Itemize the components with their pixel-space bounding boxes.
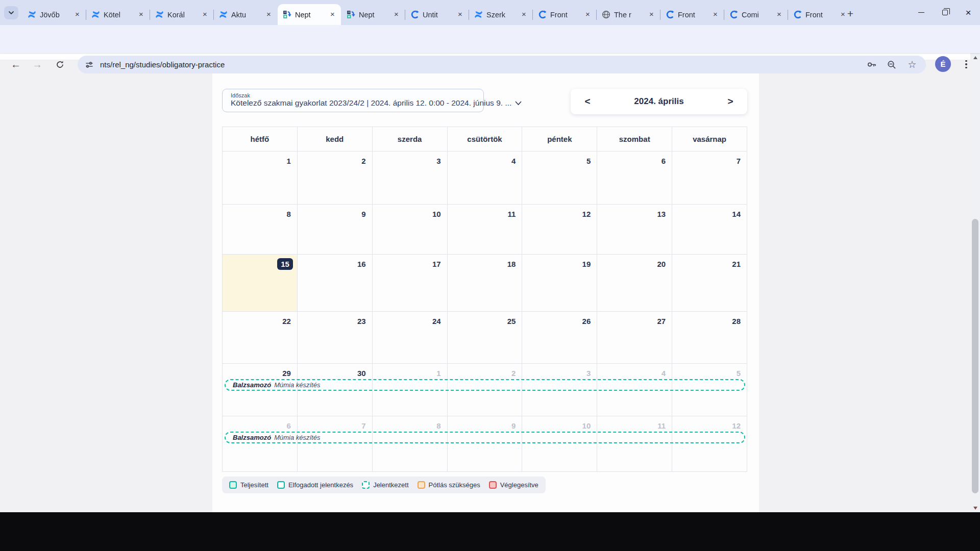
browser-tab-active[interactable]: Nept× <box>278 4 341 25</box>
restore-icon <box>942 10 948 15</box>
calendar-day[interactable]: 3 <box>373 152 448 205</box>
windows-taskbar: Keresés SVOTWTNEWMA X » Asztal 1 ^ HUN 3… <box>0 512 980 551</box>
calendar-day[interactable]: 11 <box>448 205 523 255</box>
zoom-out-icon[interactable] <box>885 58 898 71</box>
browser-tab[interactable]: Kötel× <box>86 4 150 25</box>
calendar-day[interactable]: 8 <box>223 205 298 255</box>
calendar-day[interactable]: 10 <box>373 205 448 255</box>
new-tab-button[interactable]: + <box>843 7 857 21</box>
calendar-day[interactable]: 18 <box>448 255 523 312</box>
calendar-week-row: 22232425262728 <box>223 312 747 364</box>
tab-close-button[interactable]: × <box>583 10 592 19</box>
page-scrollbar[interactable] <box>970 53 980 512</box>
prev-month-button[interactable]: < <box>581 96 594 107</box>
calendar-day[interactable]: 2 <box>298 152 373 205</box>
tab-close-button[interactable]: × <box>775 10 783 19</box>
calendar-day[interactable]: 1 <box>223 152 298 205</box>
browser-tab[interactable]: Nept× <box>341 4 405 25</box>
calendar-day[interactable]: 7 <box>672 152 747 205</box>
calendar-day[interactable]: 23 <box>298 312 373 364</box>
blue-c-icon <box>729 10 738 19</box>
calendar-day[interactable]: 9 <box>448 416 523 472</box>
practice-event-bar[interactable]: BalzsamozóMúmia készítés <box>225 379 745 391</box>
browser-tab[interactable]: The r× <box>597 4 660 25</box>
browser-tab[interactable]: Front× <box>533 4 596 25</box>
calendar-day[interactable]: 9 <box>298 205 373 255</box>
calendar-day[interactable]: 25 <box>448 312 523 364</box>
calendar-day[interactable]: 12 <box>522 205 597 255</box>
forward-button[interactable]: → <box>29 56 46 73</box>
tab-close-button[interactable]: × <box>73 10 82 19</box>
tab-title: Front <box>550 11 580 19</box>
calendar-day[interactable]: 8 <box>373 416 448 472</box>
calendar-day[interactable]: 10 <box>522 416 597 472</box>
period-select[interactable]: Időszak Kötelező szakmai gyakorlat 2023/… <box>222 89 484 112</box>
calendar-day[interactable]: 21 <box>672 255 747 312</box>
calendar-day[interactable]: 6 <box>223 416 298 472</box>
next-month-button[interactable]: > <box>724 96 737 107</box>
practice-event-bar[interactable]: BalzsamozóMúmia készítés <box>225 432 745 443</box>
legend-label: Teljesített <box>240 481 268 489</box>
close-button[interactable]: × <box>957 0 980 25</box>
calendar-day[interactable]: 20 <box>597 255 672 312</box>
tab-close-button[interactable]: × <box>201 10 209 19</box>
browser-tab[interactable]: Front× <box>660 4 724 25</box>
browser-tab[interactable]: Comi× <box>724 4 788 25</box>
bookmark-star-icon[interactable]: ☆ <box>905 58 919 71</box>
calendar-week-row: 293012345BalzsamozóMúmia készítés <box>223 364 747 416</box>
calendar-day[interactable]: 24 <box>373 312 448 364</box>
calendar-weekday-header: hétfőkeddszerdacsütörtökpéntekszombatvas… <box>223 127 747 152</box>
back-button[interactable]: ← <box>7 56 24 73</box>
tab-close-button[interactable]: × <box>520 10 528 19</box>
calendar-day[interactable]: 14 <box>672 205 747 255</box>
tab-close-button[interactable]: × <box>137 10 145 19</box>
browser-tab[interactable]: Jövőb× <box>22 4 86 25</box>
browser-tab[interactable]: Szerk× <box>469 4 532 25</box>
saved-password-icon[interactable] <box>865 58 878 71</box>
calendar-day[interactable]: 28 <box>672 312 747 364</box>
calendar-day[interactable]: 11 <box>597 416 672 472</box>
calendar-day[interactable]: 22 <box>223 312 298 364</box>
tab-close-button[interactable]: × <box>328 10 337 19</box>
tab-close-button[interactable]: × <box>392 10 401 19</box>
browser-tab[interactable]: Front× <box>788 4 851 25</box>
tab-title: Front <box>805 11 835 19</box>
profile-avatar[interactable]: É <box>935 56 951 72</box>
tab-close-button[interactable]: × <box>264 10 273 19</box>
calendar-day[interactable]: 17 <box>373 255 448 312</box>
scrollbar-thumb[interactable] <box>972 219 978 493</box>
tab-title: Front <box>678 11 707 19</box>
scroll-up-arrow[interactable] <box>970 53 980 62</box>
calendar-day[interactable]: 12 <box>672 416 747 472</box>
browser-tab[interactable]: Untit× <box>405 4 469 25</box>
tab-close-button[interactable]: × <box>647 10 656 19</box>
reload-button[interactable] <box>51 56 68 73</box>
scroll-down-arrow[interactable] <box>970 504 980 512</box>
calendar-day[interactable]: 5 <box>522 152 597 205</box>
calendar-day[interactable]: 27 <box>597 312 672 364</box>
calendar-day-today[interactable]: 15 <box>223 255 298 312</box>
address-bar[interactable]: nts/rel_ng/studies/obligatory-practice ☆ <box>78 56 926 73</box>
browser-menu-button[interactable] <box>962 57 971 71</box>
tab-close-button[interactable]: × <box>711 10 720 19</box>
window-controls: × <box>910 0 980 25</box>
legend-item: Véglegesítve <box>489 481 538 489</box>
calendar-day[interactable]: 26 <box>522 312 597 364</box>
calendar-day[interactable]: 13 <box>597 205 672 255</box>
tab-title: Szerk <box>486 11 516 19</box>
blue-c-icon <box>538 10 547 19</box>
calendar-week-row: 15161718192021 <box>223 255 747 312</box>
calendar-day[interactable]: 7 <box>298 416 373 472</box>
calendar-day[interactable]: 16 <box>298 255 373 312</box>
calendar-day[interactable]: 19 <box>522 255 597 312</box>
tab-close-button[interactable]: × <box>456 10 464 19</box>
browser-tab[interactable]: Aktu× <box>214 4 277 25</box>
restore-button[interactable] <box>933 0 957 25</box>
calendar-day[interactable]: 6 <box>597 152 672 205</box>
browser-tab[interactable]: Korál× <box>150 4 213 25</box>
tab-search-button[interactable] <box>4 6 18 19</box>
calendar-grid: hétfőkeddszerdacsütörtökpéntekszombatvas… <box>222 127 747 472</box>
weekday-label: csütörtök <box>448 127 523 152</box>
calendar-day[interactable]: 4 <box>448 152 523 205</box>
minimize-button[interactable] <box>910 0 933 25</box>
